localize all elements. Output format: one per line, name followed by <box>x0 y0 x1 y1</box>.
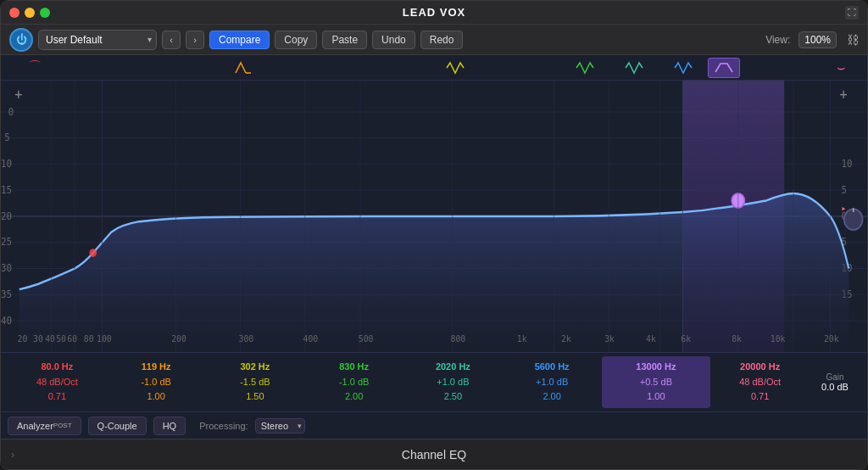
view-value[interactable]: 100% <box>798 31 837 48</box>
band3-node[interactable] <box>446 59 465 76</box>
band4-node[interactable] <box>576 59 594 76</box>
redo-button[interactable]: Redo <box>420 31 464 49</box>
band1-db: 48 dB/Oct <box>36 375 78 390</box>
paste-button[interactable]: Paste <box>322 31 367 49</box>
svg-text:10: 10 <box>1 157 12 170</box>
band4-freq: 830 Hz <box>339 360 369 375</box>
power-button[interactable]: ⏻ <box>9 28 33 52</box>
svg-text:2k: 2k <box>561 333 571 344</box>
svg-text:80: 80 <box>84 333 94 344</box>
band5-q: 2.50 <box>444 389 462 405</box>
footer-bar: › Channel EQ <box>1 439 867 469</box>
band1-q: 0.71 <box>48 389 66 405</box>
band7-info[interactable]: 13000 Hz +0.5 dB 1.00 <box>602 356 711 408</box>
svg-text:100: 100 <box>97 333 112 344</box>
band2-q: 1.00 <box>147 389 164 405</box>
compare-button[interactable]: Compare <box>209 31 270 49</box>
svg-text:30: 30 <box>1 262 12 275</box>
svg-text:5: 5 <box>842 183 848 196</box>
band8-q: 0.71 <box>751 389 769 405</box>
svg-text:▸: ▸ <box>842 202 847 213</box>
undo-button[interactable]: Undo <box>372 31 415 49</box>
hq-button[interactable]: HQ <box>153 417 186 435</box>
band2-info[interactable]: 119 Hz -1.0 dB 1.00 <box>107 360 206 405</box>
svg-text:4k: 4k <box>646 333 656 344</box>
band6-freq: 5600 Hz <box>535 360 570 375</box>
svg-text:1k: 1k <box>517 333 527 344</box>
eq-chart[interactable]: 0 5 10 15 20 25 30 35 40 + + 10 5 0 5 10… <box>1 81 867 352</box>
svg-text:200: 200 <box>171 333 186 344</box>
band5-freq: 2020 Hz <box>436 360 470 375</box>
band5-node[interactable] <box>625 59 643 76</box>
window-resize-button[interactable] <box>845 6 859 20</box>
band4-db: -1.0 dB <box>339 375 369 390</box>
svg-text:40: 40 <box>1 314 12 327</box>
maximize-button[interactable] <box>40 8 50 18</box>
band3-db: -1.5 dB <box>240 375 270 390</box>
band2-freq: 119 Hz <box>142 360 171 375</box>
band4-info[interactable]: 830 Hz -1.0 dB 2.00 <box>304 360 403 405</box>
copy-button[interactable]: Copy <box>275 31 317 49</box>
band5-info[interactable]: 2020 Hz +1.0 dB 2.50 <box>403 360 503 405</box>
band1-info[interactable]: 80.0 Hz 48 dB/Oct 0.71 <box>8 360 107 405</box>
forward-button[interactable]: › <box>186 31 204 49</box>
band8-db: 48 dB/Oct <box>739 375 781 390</box>
band6-q: 2.00 <box>542 389 560 405</box>
q-couple-button[interactable]: Q-Couple <box>88 417 147 435</box>
svg-text:30: 30 <box>33 333 43 344</box>
title-bar: LEAD VOX <box>1 1 867 25</box>
svg-text:10: 10 <box>842 157 853 170</box>
view-label: View: <box>765 34 790 46</box>
svg-text:3k: 3k <box>604 333 615 344</box>
svg-text:20k: 20k <box>824 333 839 344</box>
band4-q: 2.00 <box>345 389 363 405</box>
processing-select[interactable]: Stereo <box>255 418 305 434</box>
band7-db: +0.5 dB <box>640 375 672 390</box>
window-title: LEAD VOX <box>403 6 465 19</box>
band7-freq: 13000 Hz <box>636 360 676 375</box>
svg-text:40: 40 <box>45 333 55 344</box>
band3-freq: 302 Hz <box>240 360 270 375</box>
svg-text:500: 500 <box>359 333 374 344</box>
band6-node[interactable] <box>674 59 693 76</box>
preset-dropdown[interactable]: User Default <box>38 30 157 50</box>
gain-section: Gain 0.0 dB <box>810 372 860 392</box>
back-button[interactable]: ‹ <box>162 31 181 49</box>
power-icon: ⏻ <box>16 33 27 46</box>
band7-node[interactable] <box>708 58 740 78</box>
band-nodes-row: ⌒ ⌣ <box>1 55 867 81</box>
band3-q: 1.50 <box>246 389 264 405</box>
band3-info[interactable]: 302 Hz -1.5 dB 1.50 <box>206 360 305 405</box>
gain-value[interactable]: 0.0 dB <box>821 382 849 392</box>
traffic-lights <box>9 8 50 18</box>
band2-node[interactable] <box>234 59 253 76</box>
svg-text:10k: 10k <box>771 333 786 344</box>
footer-arrow[interactable]: › <box>11 449 14 461</box>
svg-text:35: 35 <box>1 288 12 300</box>
gain-label: Gain <box>826 372 843 382</box>
close-button[interactable] <box>9 8 19 18</box>
link-icon[interactable]: ⛓ <box>847 33 859 47</box>
analyzer-label: Analyzer <box>17 421 53 431</box>
svg-text:20: 20 <box>1 210 12 222</box>
band6-info[interactable]: 5600 Hz +1.0 dB 2.00 <box>503 360 602 405</box>
analyzer-button[interactable]: AnalyzerPOST <box>8 417 81 435</box>
eq-svg: 0 5 10 15 20 25 30 35 40 + + 10 5 0 5 10… <box>1 81 867 352</box>
svg-text:+: + <box>839 86 847 103</box>
minimize-button[interactable] <box>25 8 35 18</box>
svg-text:50: 50 <box>56 333 66 344</box>
svg-text:25: 25 <box>1 236 12 249</box>
eq-section: ⌒ ⌣ <box>1 55 867 439</box>
svg-text:5: 5 <box>4 131 10 144</box>
svg-text:6k: 6k <box>681 333 691 344</box>
svg-text:+: + <box>14 86 22 103</box>
svg-point-64[interactable] <box>89 249 97 257</box>
band8-node[interactable]: ⌣ <box>837 60 846 76</box>
band1-node[interactable]: ⌒ <box>28 59 42 76</box>
svg-text:20: 20 <box>18 333 28 344</box>
band8-freq: 20000 Hz <box>740 360 780 375</box>
processing-label: Processing: <box>199 421 248 431</box>
bottom-bar: AnalyzerPOST Q-Couple HQ Processing: Ste… <box>1 411 867 439</box>
analyzer-sup: POST <box>53 422 72 429</box>
band8-info[interactable]: 20000 Hz 48 dB/Oct 0.71 <box>710 360 810 405</box>
